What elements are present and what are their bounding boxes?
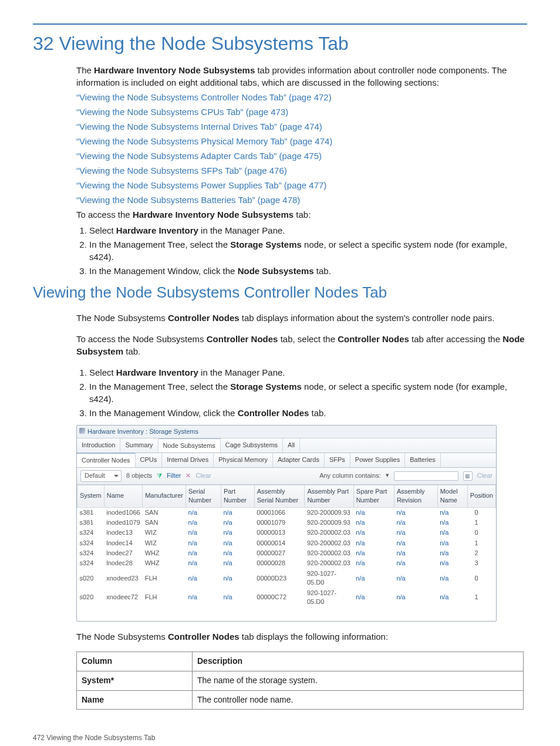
cell: 0: [467, 528, 495, 538]
text-b: Storage Systems: [230, 382, 302, 391]
tab-adapter-cards[interactable]: Adapter Cards: [273, 453, 325, 467]
cell: s020: [77, 569, 104, 588]
filter-link[interactable]: Filter: [167, 471, 181, 480]
cell: n/a: [437, 518, 467, 528]
text: tab after accessing the: [409, 334, 502, 344]
tab-introduction[interactable]: Introduction: [77, 438, 120, 453]
clear-right[interactable]: Clear: [477, 471, 492, 480]
link-batteries[interactable]: “Viewing the Node Subsystems Batteries T…: [76, 194, 527, 206]
cell: n/a: [186, 558, 221, 568]
chevron-down-icon[interactable]: ▾: [386, 471, 389, 480]
text: tab.: [123, 346, 140, 356]
cell: s324: [77, 528, 104, 538]
table-row[interactable]: s020xnodeec72FLHn/an/a00000C72920-1027-0…: [77, 588, 496, 607]
cell: SAN: [143, 507, 186, 518]
cell: WIZ: [143, 538, 186, 548]
text: In the Management Tree, select the: [89, 239, 230, 249]
table-row[interactable]: s381inoded1066SANn/an/a00001066920-20000…: [77, 507, 496, 518]
cell: n/a: [437, 558, 467, 568]
col-header[interactable]: Manufacturer: [143, 485, 186, 507]
table-row[interactable]: s324lnodec13WIZn/an/a00000013920-200002.…: [77, 528, 496, 538]
cell: n/a: [353, 548, 394, 558]
tab-node-subsystems[interactable]: Node Subsystems: [158, 438, 221, 453]
link-adapter-cards[interactable]: “Viewing the Node Subsystems Adapter Car…: [76, 150, 527, 162]
tab-batteries[interactable]: Batteries: [405, 453, 440, 467]
cell: 920-200009.93: [305, 507, 353, 518]
cell: WIZ: [143, 528, 186, 538]
cell: 0: [467, 569, 495, 588]
objects-count: 8 objects: [126, 471, 152, 480]
col-header[interactable]: Assembly Part Number: [305, 485, 353, 507]
link-power-supplies[interactable]: “Viewing the Node Subsystems Power Suppl…: [76, 179, 527, 191]
tab-all[interactable]: All: [283, 438, 300, 453]
link-cpus[interactable]: “Viewing the Node Subsystems CPUs Tab” (…: [76, 106, 527, 118]
text: in the Manager Pane.: [198, 225, 285, 235]
step: In the Management Tree, select the Stora…: [89, 380, 527, 405]
col-header[interactable]: Assembly Revision: [394, 485, 437, 507]
cell: n/a: [394, 548, 437, 558]
cell: 00000013: [254, 528, 305, 538]
cell: 1: [467, 588, 495, 607]
cell: 920-200009.93: [305, 518, 353, 528]
col-header[interactable]: Spare Part Number: [353, 485, 394, 507]
table-row[interactable]: s020xnodeed23FLHn/an/a00000D23920-1027-0…: [77, 569, 496, 588]
tab-physical-memory[interactable]: Physical Memory: [214, 453, 273, 467]
col-header[interactable]: Name: [104, 485, 143, 507]
text-b: Controller Nodes: [168, 313, 239, 323]
cell: 920-200002.03: [305, 558, 353, 568]
col-header[interactable]: System: [77, 485, 104, 507]
cell: The name of the storage system.: [193, 671, 524, 691]
text: tab.: [314, 266, 331, 276]
text: tab.: [309, 408, 326, 418]
access-steps-1: Select Hardware Inventory in the Manager…: [76, 224, 527, 277]
tab-summary[interactable]: Summary: [120, 438, 158, 453]
intro-bold: Hardware Inventory Node Subsystems: [94, 65, 255, 75]
cell: WHZ: [143, 548, 186, 558]
col-header[interactable]: Serial Number: [186, 485, 221, 507]
cell: 00000C72: [254, 588, 305, 607]
cell: FLH: [143, 588, 186, 607]
tab-controller-nodes[interactable]: Controller Nodes: [77, 453, 136, 467]
columns-icon[interactable]: ▦: [463, 471, 473, 481]
text: tab displays the following information:: [239, 632, 388, 642]
table-row[interactable]: s324lnodec14WIZn/an/a00000014920-200002.…: [77, 538, 496, 548]
text: Select: [89, 225, 116, 235]
page-footer: 472 Viewing the Node Subsystems Tab: [33, 733, 527, 743]
table-row[interactable]: s324lnodec28WHZn/an/a00000028920-200002.…: [77, 558, 496, 568]
link-sfps[interactable]: “Viewing the Node Subsystems SFPs Tab” (…: [76, 164, 527, 177]
col-header[interactable]: Part Number: [221, 485, 254, 507]
link-controller-nodes[interactable]: “Viewing the Node Subsystems Controller …: [76, 91, 527, 103]
view-select[interactable]: Default: [80, 470, 122, 481]
step: In the Management Window, click the Node…: [89, 265, 527, 277]
col-header[interactable]: Position: [467, 485, 495, 507]
cell: n/a: [394, 528, 437, 538]
col-header: Description: [193, 652, 524, 671]
cell: n/a: [221, 558, 254, 568]
search-input[interactable]: [394, 471, 458, 481]
link-physical-memory[interactable]: “Viewing the Node Subsystems Physical Me…: [76, 135, 527, 147]
tab-power-supplies[interactable]: Power Supplies: [350, 453, 405, 467]
tab-internal-drives[interactable]: Internal Drives: [162, 453, 214, 467]
col-header[interactable]: Model Name: [437, 485, 467, 507]
table-row[interactable]: s324lnodec27WHZn/an/a00000027920-200002.…: [77, 548, 496, 558]
text-b: Storage Systems: [230, 239, 302, 249]
cell: n/a: [186, 507, 221, 518]
text: In the Management Window, click the: [89, 266, 238, 276]
col-header[interactable]: Assembly Serial Number: [254, 485, 305, 507]
cell: n/a: [221, 538, 254, 548]
cell: 920-200002.03: [305, 548, 353, 558]
cell: s381: [77, 518, 104, 528]
tab-cpus[interactable]: CPUs: [136, 453, 163, 467]
cell: s324: [77, 558, 104, 568]
clear-link[interactable]: Clear: [195, 471, 211, 480]
cell: n/a: [437, 538, 467, 548]
tab-sfps[interactable]: SFPs: [325, 453, 350, 467]
tab-cage-subsystems[interactable]: Cage Subsystems: [221, 438, 283, 453]
intro-paragraph: The Hardware Inventory Node Subsystems t…: [76, 64, 527, 221]
link-internal-drives[interactable]: “Viewing the Node Subsystems Internal Dr…: [76, 120, 527, 133]
cell: s324: [77, 538, 104, 548]
table-row[interactable]: s381inoded1079SANn/an/a00001079920-20000…: [77, 518, 496, 528]
cell: n/a: [221, 548, 254, 558]
chapter-title: 32 Viewing the Node Subsystems Tab: [33, 31, 527, 57]
cell: 3: [467, 558, 495, 568]
